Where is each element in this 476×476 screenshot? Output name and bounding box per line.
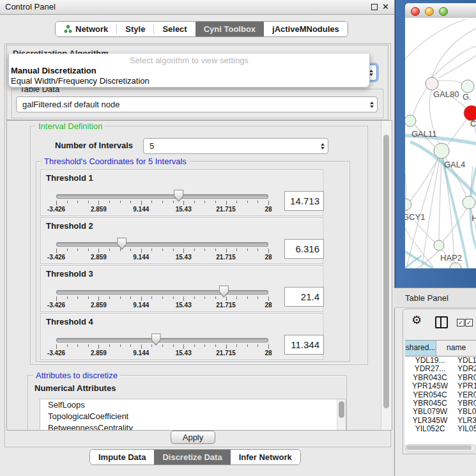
dropdown-option-equal-width-frequency-discretization[interactable]: Equal Width/Frequency Discretization <box>9 76 369 86</box>
network-edge[interactable] <box>437 81 462 83</box>
node-label-gal11: GAL11 <box>411 129 437 139</box>
table-panel-header: Table Panel <box>394 288 476 308</box>
tab-impute-data[interactable]: Impute Data <box>90 450 154 464</box>
float-window-icon[interactable] <box>371 4 378 10</box>
attribute-item-selfloops[interactable]: SelfLoops <box>40 399 346 411</box>
table-data-combobox[interactable]: galFiltered.sif default node <box>16 96 378 112</box>
column-header-name[interactable]: name <box>436 341 476 356</box>
close-icon[interactable]: ✕ <box>382 0 389 13</box>
network-node-gal4[interactable] <box>434 143 449 158</box>
list-scrollbar[interactable] <box>337 399 346 431</box>
tab-style[interactable]: Style <box>117 22 153 36</box>
network-node-gal80[interactable] <box>426 77 438 90</box>
scrollbar-thumb[interactable] <box>383 135 389 408</box>
table-row[interactable]: YPR145WYPR14 <box>405 382 476 390</box>
threshold-row-threshold-3: Threshold 3-3.4262.8599.14415.4321.71528… <box>40 265 323 312</box>
attribute-item-betweennesscentrality[interactable]: BetweennessCentrality <box>40 422 346 431</box>
table-cell: YDR27... <box>405 365 455 373</box>
checkbox-icon[interactable]: ✓ <box>465 319 473 326</box>
threshold-label: Threshold 4 <box>46 317 93 326</box>
slider-thumb-face <box>118 238 126 249</box>
slider-track[interactable] <box>56 194 268 199</box>
table-cell: YIL05 <box>455 425 476 433</box>
panel-title: Control Panel <box>5 0 56 14</box>
network-node-node-h[interactable] <box>463 196 475 209</box>
table-panel-window: ⚙ ✓ ✓ shared...name YDL19...YDL19YDR27..… <box>403 309 476 454</box>
numerical-attributes-list[interactable]: SelfLoopsTopologicalCoefficientBetweenne… <box>40 399 346 431</box>
table-header-row: shared...name <box>405 340 476 357</box>
network-node-hap2[interactable] <box>434 240 444 250</box>
zoom-window-icon[interactable] <box>439 7 448 16</box>
tab-infer-network[interactable]: Infer Network <box>231 450 300 464</box>
network-node-node-g[interactable] <box>461 80 474 93</box>
number-of-intervals-combobox[interactable]: 5 <box>143 138 328 154</box>
table-cell: YIL052C <box>405 425 455 433</box>
threshold-value-field[interactable]: 11.344 <box>284 335 324 355</box>
network-node-node-partial[interactable] <box>450 263 461 268</box>
node-table: shared...name YDL19...YDL19YDR27...YDR27… <box>405 340 476 445</box>
tab-label: Impute Data <box>98 450 146 464</box>
tab-jactivemnodules[interactable]: jActiveMNodules <box>264 22 348 36</box>
slider-tick-labels: -3.4262.8599.14415.4321.71528 <box>56 206 268 213</box>
table-horizontal-scrollbar[interactable] <box>405 444 476 452</box>
tab-cyni-toolbox[interactable]: Cyni Toolbox <box>196 22 264 36</box>
algorithm-dropdown-popup: Select algorithm to view settings Manual… <box>8 54 370 88</box>
hscrollbar-thumb[interactable] <box>406 445 472 450</box>
network-edge[interactable] <box>405 174 406 199</box>
bottom-tabbar: Impute DataDiscretize DataInfer Network <box>89 449 301 465</box>
threshold-value-field[interactable]: 21.4 <box>284 287 324 307</box>
network-edge[interactable] <box>439 158 441 240</box>
node-label-node-h: H <box>472 213 476 223</box>
slider-track[interactable] <box>56 338 268 342</box>
dropdown-option-manual-discretization[interactable]: Manual Discretization <box>9 66 369 76</box>
list-scrollbar-thumb[interactable] <box>339 401 344 418</box>
network-window-titlebar[interactable] <box>405 3 476 19</box>
columns-icon[interactable] <box>435 316 448 328</box>
table-row[interactable]: YER054CYER05 <box>405 391 476 399</box>
slider-track[interactable] <box>56 290 268 295</box>
tab-network[interactable]: Network <box>56 22 116 36</box>
table-data-group: Table Data galFiltered.sif default node <box>12 89 383 118</box>
minimize-window-icon[interactable] <box>425 7 434 16</box>
table-row[interactable]: YDL19...YDL19 <box>405 357 476 365</box>
network-edge[interactable] <box>410 158 438 201</box>
threshold-row-threshold-4: Threshold 4-3.4262.8599.14415.4321.71528… <box>40 313 323 360</box>
tab-label: Cyni Toolbox <box>204 22 256 36</box>
table-cell: YBR04 <box>455 399 476 408</box>
threshold-value-field[interactable]: 14.713 <box>284 191 324 211</box>
close-window-icon[interactable] <box>411 7 420 16</box>
attribute-item-topologicalcoefficient[interactable]: TopologicalCoefficient <box>40 411 346 422</box>
table-cell: YBL07 <box>455 408 476 416</box>
checkbox-icon[interactable]: ✓ <box>457 319 464 326</box>
control-panel-titlebar: Control Panel ✕ <box>0 0 394 15</box>
node-label-node-g: G. <box>463 92 472 102</box>
tab-select[interactable]: Select <box>154 22 195 36</box>
slider-thumb-face <box>174 190 183 201</box>
gear-icon[interactable]: ⚙ <box>411 313 422 326</box>
table-row[interactable]: YLR345WYLR34 <box>405 417 476 425</box>
network-edge[interactable] <box>413 88 427 116</box>
network-canvas[interactable]: GAL80G.CGAL11GAL4GCY1HHAP2 <box>405 18 476 268</box>
dropdown-prompt: Select algorithm to view settings <box>9 56 369 66</box>
table-row[interactable]: YBR045CYBR04 <box>405 399 476 408</box>
network-edge[interactable] <box>432 46 476 77</box>
network-edge[interactable] <box>405 19 466 59</box>
tab-discretize-data[interactable]: Discretize Data <box>154 450 230 464</box>
column-header-shared[interactable]: shared... <box>405 341 436 356</box>
network-icon <box>64 25 72 33</box>
threshold-value-field[interactable]: 6.316 <box>284 239 324 259</box>
settings-vertical-scrollbar[interactable] <box>381 121 392 430</box>
combo-stepper-icon[interactable] <box>318 143 328 150</box>
table-row[interactable]: YBL079WYBL07 <box>405 408 476 416</box>
combo-stepper-icon[interactable] <box>367 102 377 108</box>
slider-track[interactable] <box>56 242 268 247</box>
threshold-label: Threshold 3 <box>46 269 93 279</box>
threshold-label: Threshold 2 <box>46 221 93 231</box>
network-edge[interactable] <box>432 28 476 77</box>
table-row[interactable]: YIL052CYIL05 <box>405 425 476 433</box>
apply-button[interactable]: Apply <box>171 431 215 444</box>
network-node-gal11[interactable] <box>405 115 416 127</box>
table-row[interactable]: YBR043CYBR04 <box>405 374 476 382</box>
table-row[interactable]: YDR27...YDR27 <box>405 365 476 373</box>
node-label-gcy1: GCY1 <box>405 212 425 222</box>
